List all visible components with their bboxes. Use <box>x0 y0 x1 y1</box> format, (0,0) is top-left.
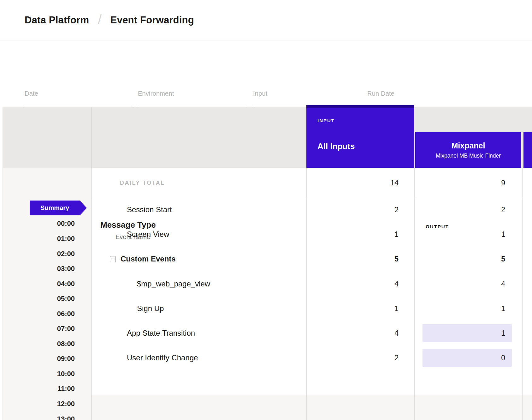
input-cell: 4 <box>306 321 399 345</box>
daily-total-label: DAILY TOTAL <box>120 168 165 198</box>
output-column-name: Mixpanel <box>452 141 485 150</box>
input-cell: 1 <box>306 296 399 321</box>
hour-row-label[interactable]: 09:00 <box>0 354 75 363</box>
daily-total-input-value: 14 <box>306 168 399 198</box>
hour-row-label[interactable]: 10:00 <box>0 369 75 378</box>
event-row-label: Custom Events <box>121 247 176 271</box>
column-divider <box>414 168 415 420</box>
summary-badge[interactable]: Summary <box>30 201 87 215</box>
hour-row-label[interactable]: 13:00 <box>0 415 75 420</box>
breadcrumb-separator: / <box>98 12 102 27</box>
column-divider <box>306 168 307 420</box>
input-section-label: INPUT <box>317 118 335 123</box>
environment-label: Environment <box>138 90 174 97</box>
page-title: Event Forwarding <box>110 15 194 26</box>
daily-total-output-value: 9 <box>423 168 505 198</box>
hour-row-label[interactable]: 02:00 <box>0 249 75 258</box>
table-empty-area <box>91 395 532 420</box>
input-cell: 1 <box>306 222 399 247</box>
collapse-icon[interactable] <box>110 256 116 262</box>
hour-row-label[interactable]: 12:00 <box>0 399 75 408</box>
input-cell: 5 <box>306 247 399 271</box>
run-date-label: Run Date <box>367 90 394 97</box>
table-row: App State Transition 4 1 <box>0 321 532 345</box>
output-column-header-next[interactable] <box>523 132 532 168</box>
breadcrumb-section[interactable]: Data Platform <box>25 15 89 26</box>
input-label: Input <box>253 90 267 97</box>
hour-row-label[interactable]: 04:00 <box>0 279 75 288</box>
hour-row-label[interactable]: 06:00 <box>0 309 75 318</box>
column-divider <box>91 107 92 420</box>
hour-row-label[interactable]: 11:00 <box>0 384 75 393</box>
hour-row-label[interactable]: 00:00 <box>0 219 75 228</box>
hour-row-label[interactable]: 03:00 <box>0 264 75 273</box>
input-cell: 2 <box>306 197 399 222</box>
event-row-label: Session Start <box>127 197 172 222</box>
daily-total-row: DAILY TOTAL 14 9 <box>91 168 532 198</box>
input-column-header[interactable]: INPUT All Inputs <box>306 105 414 168</box>
event-row-label: $mp_web_page_view <box>137 272 210 296</box>
hour-row-label[interactable]: 08:00 <box>0 339 75 348</box>
event-row-label: App State Transition <box>127 321 195 345</box>
table-row: Custom Events 5 5 <box>0 247 532 271</box>
input-column-name: All Inputs <box>317 141 355 151</box>
output-cell: 2 <box>423 197 505 222</box>
output-cell: 1 <box>423 222 505 247</box>
event-row-label: User Identity Change <box>127 345 198 370</box>
output-cell: 4 <box>423 272 505 296</box>
output-column-header-mixpanel[interactable]: Mixpanel Mixpanel MB Music Finder <box>415 132 521 168</box>
input-cell: 4 <box>306 272 399 296</box>
input-cell: 2 <box>306 345 399 370</box>
left-gutter <box>0 107 3 420</box>
output-cell-highlighted: 1 <box>423 324 512 342</box>
output-cell: 1 <box>423 296 505 321</box>
filter-bar: Date Environment Input Run Date 08/08/20… <box>0 41 532 107</box>
output-cell-highlighted: 0 <box>423 349 512 367</box>
hour-row-label[interactable]: 07:00 <box>0 324 75 333</box>
event-row-label: Screen View <box>127 222 169 247</box>
table-row: User Identity Change 2 0 <box>0 345 532 370</box>
column-divider <box>522 168 523 420</box>
output-column-subtitle: Mixpanel MB Music Finder <box>436 153 501 159</box>
table-row: Sign Up 1 1 <box>0 296 532 321</box>
event-row-label: Sign Up <box>137 296 164 321</box>
table-row: $mp_web_page_view 4 4 <box>0 272 532 296</box>
event-forwarding-page: Data Platform / Event Forwarding Date En… <box>0 0 532 420</box>
breadcrumb: Data Platform / Event Forwarding <box>0 0 532 40</box>
output-cell: 5 <box>423 247 505 271</box>
date-label: Date <box>25 90 38 97</box>
table-row: Screen View 1 1 <box>0 222 532 247</box>
hour-row-label[interactable]: 05:00 <box>0 294 75 303</box>
hour-row-label[interactable]: 01:00 <box>0 234 75 243</box>
